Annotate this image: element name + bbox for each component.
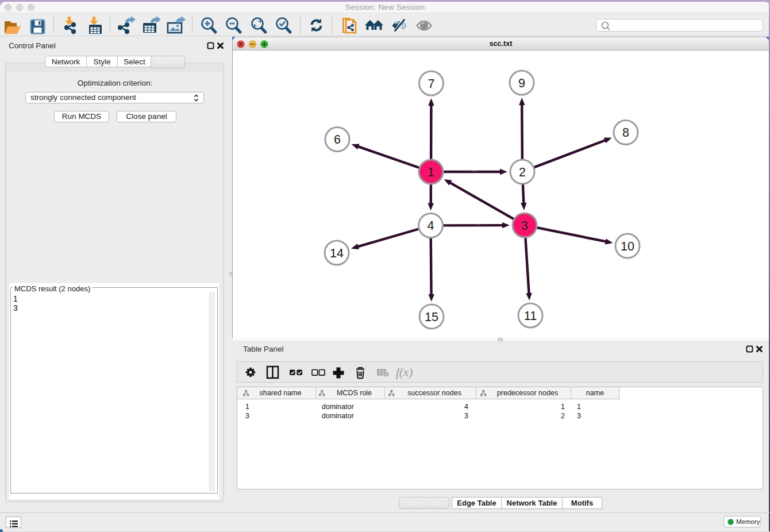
svg-text:9: 9 [518, 76, 525, 90]
svg-text:2: 2 [519, 165, 526, 179]
svg-text:15: 15 [425, 310, 438, 324]
svg-text:11: 11 [524, 309, 537, 323]
svg-text:1: 1 [428, 165, 434, 179]
svg-text:3: 3 [521, 219, 528, 233]
svg-text:7: 7 [428, 77, 435, 91]
svg-text:4: 4 [428, 219, 434, 233]
svg-text:6: 6 [334, 133, 341, 147]
svg-text:f(x): f(x) [396, 365, 413, 379]
svg-text:10: 10 [621, 240, 634, 253]
svg-text:14: 14 [330, 246, 344, 260]
svg-text:8: 8 [622, 126, 629, 140]
